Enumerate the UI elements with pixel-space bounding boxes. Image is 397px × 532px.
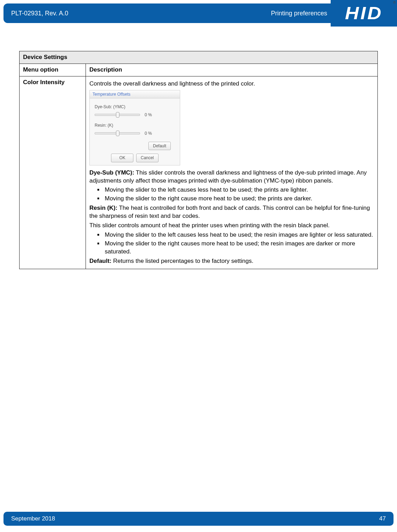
hid-logo-text: HID	[345, 3, 383, 23]
slider-thumb-icon[interactable]	[116, 131, 119, 136]
dialog-body: Dye-Sub: (YMC) 0 % Resin: (K) 0 % Defaul…	[90, 98, 180, 165]
col-header-menu: Menu option	[20, 64, 86, 76]
default-label: Default:	[89, 258, 111, 264]
page-header: PLT-02931, Rev. A.0 Printing preferences…	[0, 0, 397, 27]
dialog-title: Temperature Offsets	[90, 90, 180, 98]
resin-slider-value: 0 %	[145, 131, 152, 136]
dyesub-label: Dye-Sub (YMC):	[89, 169, 134, 176]
default-paragraph: Default: Returns the listed percentages …	[89, 257, 374, 265]
page-number: 47	[379, 515, 394, 522]
footer-date: September 2018	[3, 515, 55, 522]
content-area: Device Settings Menu option Description …	[0, 27, 397, 269]
resin-text: The heat is controlled for both front an…	[89, 205, 370, 219]
list-item: Moving the slider to the right causes mo…	[103, 240, 374, 256]
page-footer: September 2018 47	[3, 512, 394, 526]
dyesub-paragraph: Dye-Sub (YMC): This slider controls the …	[89, 169, 374, 185]
resin-label: Resin (K):	[89, 205, 117, 211]
registered-mark-icon: ®	[393, 1, 396, 5]
dyesub-slider-label: Dye-Sub: (YMC)	[95, 104, 175, 110]
default-button[interactable]: Default	[148, 142, 171, 150]
list-item: Moving the slider to the right cause mor…	[103, 195, 374, 203]
default-text: Returns the listed percentages to the fa…	[111, 258, 253, 264]
description-cell: Controls the overall darkness and lightn…	[86, 76, 378, 269]
menu-option-cell: Color Intensity	[20, 76, 86, 269]
dyesub-slider-value: 0 %	[145, 112, 152, 118]
resin-slider-group: Resin: (K) 0 %	[95, 123, 175, 136]
col-header-description: Description	[86, 64, 378, 76]
list-item: Moving the slider to the left causes les…	[103, 231, 374, 239]
resin-slider-label: Resin: (K)	[95, 123, 175, 128]
resin-list: Moving the slider to the left causes les…	[89, 231, 374, 256]
intro-text: Controls the overall darkness and lightn…	[89, 80, 374, 88]
ok-button[interactable]: OK	[111, 154, 133, 162]
doc-id: PLT-02931, Rev. A.0	[3, 10, 68, 17]
resin-text2: This slider controls amount of heat the …	[89, 222, 374, 230]
dyesub-slider-group: Dye-Sub: (YMC) 0 %	[95, 104, 175, 118]
list-item: Moving the slider to the left causes les…	[103, 186, 374, 194]
temperature-offsets-dialog: Temperature Offsets Dye-Sub: (YMC) 0 % R…	[89, 90, 180, 165]
table-title: Device Settings	[20, 51, 378, 64]
brand-logo: HID	[331, 0, 397, 27]
slider-thumb-icon[interactable]	[116, 112, 119, 118]
dyesub-list: Moving the slider to the left causes les…	[89, 186, 374, 203]
dyesub-slider[interactable]	[95, 114, 140, 116]
device-settings-table: Device Settings Menu option Description …	[19, 51, 378, 269]
cancel-button[interactable]: Cancel	[136, 154, 159, 162]
resin-paragraph: Resin (K): The heat is controlled for bo…	[89, 204, 374, 220]
resin-slider[interactable]	[95, 132, 140, 134]
